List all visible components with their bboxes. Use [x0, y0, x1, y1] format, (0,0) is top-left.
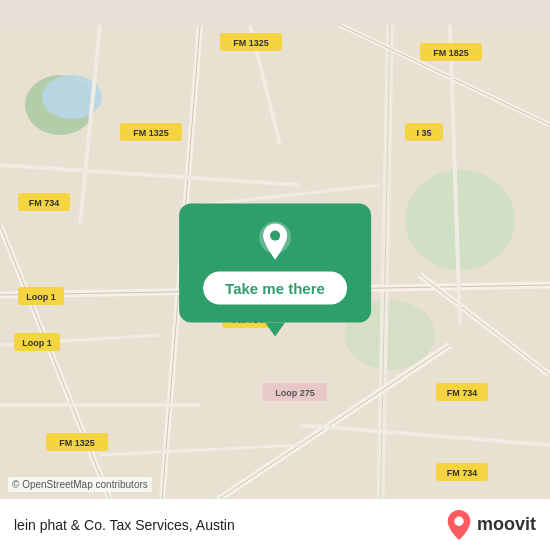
svg-text:I 35: I 35 [416, 128, 431, 138]
svg-point-53 [270, 231, 280, 241]
moovit-pin-icon [445, 509, 473, 541]
svg-text:FM 734: FM 734 [447, 468, 478, 478]
map-attribution: © OpenStreetMap contributors [8, 477, 152, 492]
svg-text:FM 734: FM 734 [447, 388, 478, 398]
svg-text:Loop 1: Loop 1 [22, 338, 52, 348]
business-name: lein phat & Co. Tax Services, Austin [14, 517, 235, 533]
moovit-brand-name: moovit [477, 514, 536, 535]
info-bar: lein phat & Co. Tax Services, Austin moo… [0, 498, 550, 550]
svg-text:Loop 1: Loop 1 [26, 292, 56, 302]
svg-text:FM 1325: FM 1325 [59, 438, 95, 448]
svg-text:FM 1325: FM 1325 [133, 128, 169, 138]
svg-point-1 [405, 170, 515, 270]
business-info: lein phat & Co. Tax Services, Austin [14, 517, 235, 533]
location-popup: Take me there [179, 204, 371, 323]
svg-point-54 [454, 516, 463, 525]
moovit-logo: moovit [445, 509, 536, 541]
svg-text:FM 1825: FM 1825 [433, 48, 469, 58]
svg-text:FM 1325: FM 1325 [233, 38, 269, 48]
location-pin-icon [253, 220, 297, 264]
map-container: FM 1325 FM 1825 FM 1325 I 35 FM 734 Loop… [0, 0, 550, 550]
svg-text:FM 734: FM 734 [29, 198, 60, 208]
svg-text:Loop 275: Loop 275 [275, 388, 315, 398]
take-me-there-button[interactable]: Take me there [203, 272, 347, 305]
